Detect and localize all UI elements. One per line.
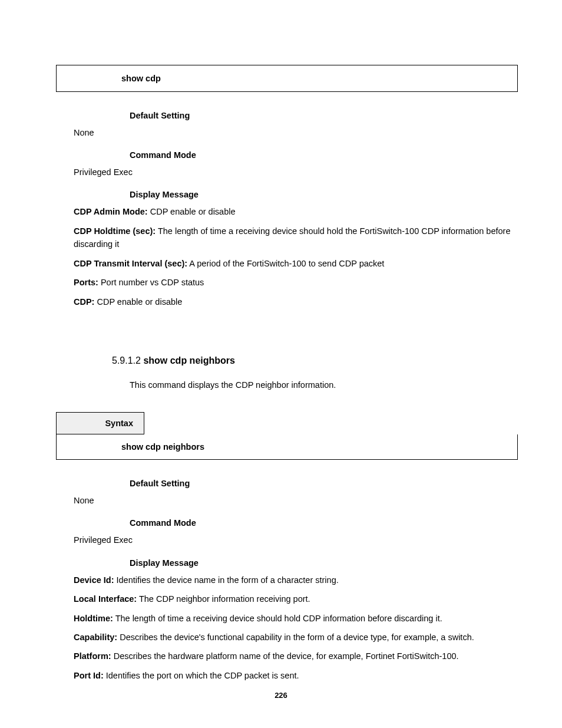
field-text: The CDP neighbor information receiving p… xyxy=(137,594,310,604)
default-setting-heading: Default Setting xyxy=(130,111,518,120)
field-text: CDP enable or disable xyxy=(148,207,236,216)
field-item: CDP Transmit Interval (sec): A period of… xyxy=(74,257,518,270)
field-label: CDP Admin Mode: xyxy=(74,207,148,216)
document-page: show cdp Default Setting None Command Mo… xyxy=(0,0,562,728)
field-label: Holdtime: xyxy=(74,614,113,623)
display-message-heading: Display Message xyxy=(130,190,518,199)
field-label: CDP: xyxy=(74,297,94,307)
command-text: show cdp xyxy=(121,74,161,83)
section-title-text: show cdp neighbors xyxy=(143,355,235,365)
page-number: 226 xyxy=(0,691,562,700)
field-label: Port Id: xyxy=(74,671,104,680)
command-mode-value: Privileged Exec xyxy=(74,166,518,179)
field-item: Local Interface: The CDP neighbor inform… xyxy=(74,592,518,605)
field-item: Holdtime: The length of time a receiving… xyxy=(74,612,518,625)
field-text: Describes the hardware platform name of … xyxy=(111,651,459,661)
field-item: Ports: Port number vs CDP status xyxy=(74,276,518,289)
syntax-command: show cdp neighbors xyxy=(121,442,204,452)
command-mode-value: Privileged Exec xyxy=(74,533,518,547)
field-label: CDP Transmit Interval (sec): xyxy=(74,259,187,268)
field-label: Device Id: xyxy=(74,575,114,585)
field-text: A period of the FortiSwitch-100 to send … xyxy=(187,259,384,268)
default-setting-value: None xyxy=(74,494,518,508)
syntax-header-label: Syntax xyxy=(56,412,144,434)
field-item: Capability: Describes the device's funct… xyxy=(74,631,518,644)
field-label: Capability: xyxy=(74,633,117,642)
field-text: CDP enable or disable xyxy=(94,297,182,307)
section-heading: 5.9.1.2 show cdp neighbors xyxy=(112,355,518,366)
default-setting-value: None xyxy=(74,126,518,140)
field-item: Port Id: Identifies the port on which th… xyxy=(74,669,518,682)
syntax-body: show cdp neighbors xyxy=(56,434,518,460)
command-mode-heading: Command Mode xyxy=(130,150,518,160)
field-item: Device Id: Identifies the device name in… xyxy=(74,574,518,587)
command-mode-heading: Command Mode xyxy=(130,518,518,528)
field-text: Port number vs CDP status xyxy=(98,278,204,287)
field-text: The length of time a receiving device sh… xyxy=(113,614,442,623)
field-label: Local Interface: xyxy=(74,594,137,604)
field-label: Ports: xyxy=(74,278,98,287)
field-text: Identifies the port on which the CDP pac… xyxy=(104,671,299,680)
field-item: CDP: CDP enable or disable xyxy=(74,295,518,308)
field-label: CDP Holdtime (sec): xyxy=(74,226,156,236)
section-intro: This command displays the CDP neighbor i… xyxy=(130,380,518,390)
display-message-heading: Display Message xyxy=(130,558,518,568)
field-item: Platform: Describes the hardware platfor… xyxy=(74,650,518,663)
default-setting-heading: Default Setting xyxy=(130,479,518,488)
field-text: Describes the device's functional capabi… xyxy=(117,633,474,642)
field-text: Identifies the device name in the form o… xyxy=(114,575,339,585)
field-item: CDP Admin Mode: CDP enable or disable xyxy=(74,205,518,218)
field-label: Platform: xyxy=(74,651,111,661)
syntax-block: Syntax show cdp neighbors xyxy=(56,412,518,460)
command-box: show cdp xyxy=(56,65,518,92)
section-number: 5.9.1.2 xyxy=(112,355,143,365)
field-item: CDP Holdtime (sec): The length of time a… xyxy=(74,225,518,251)
